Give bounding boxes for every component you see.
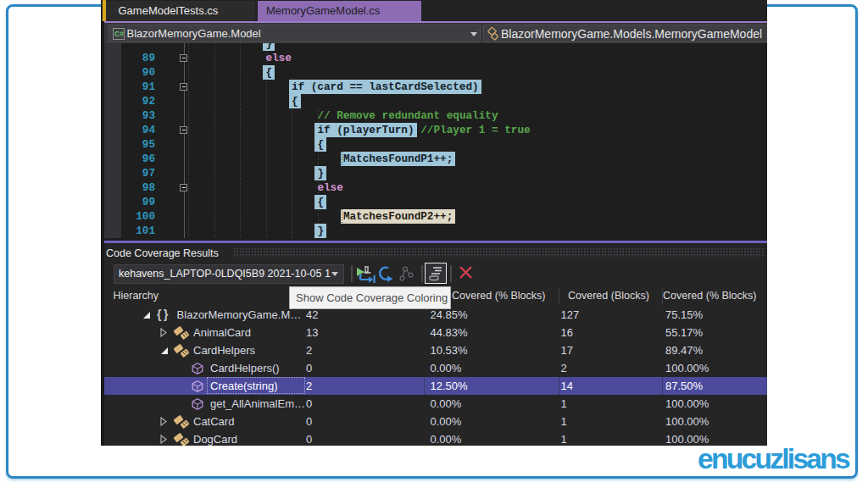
svg-text:C#: C#	[114, 30, 124, 38]
